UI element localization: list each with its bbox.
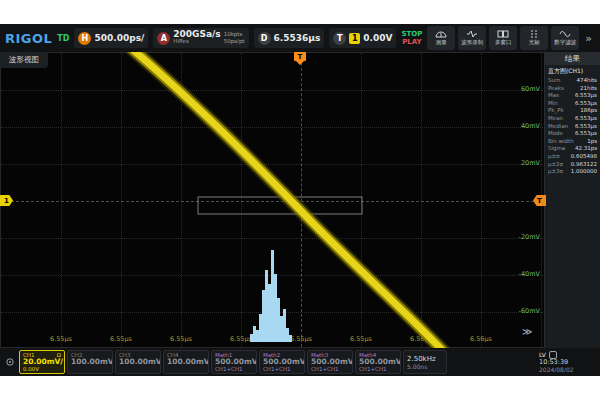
multi-window-button[interactable]: 多窗口 [489, 26, 517, 50]
trigger-group[interactable]: T 1 0.00V [329, 28, 396, 48]
clock-date: 2024/08/02 [539, 366, 595, 374]
delay-value: 6.5536μs [274, 33, 321, 43]
waveform-canvas [0, 52, 600, 348]
more-tools-button[interactable]: » [582, 32, 595, 45]
result-row: Pk_Pk186ps [545, 107, 600, 115]
view-tab-waveform[interactable]: 波形视图 [0, 52, 48, 68]
histogram-section-title: 直方图(CH1) [545, 65, 600, 77]
results-panel: 结果 直方图(CH1) Sum474hits Peaks21hits Max6.… [544, 52, 600, 348]
counter-sub-value: 5.00ns [407, 363, 443, 370]
result-row: Max6.553μs [545, 92, 600, 100]
channel-box-math1[interactable]: Math1 500.00mV/ CH1+CH1 [211, 350, 257, 374]
waveform-record-icon [466, 30, 478, 38]
horizontal-badge: H [78, 32, 91, 45]
result-row: Bin width1ps [545, 138, 600, 146]
channel-box-ch4[interactable]: CH4 100.00mV/ [163, 350, 209, 374]
digital-filter-icon [559, 30, 571, 38]
trigger-badge: T [333, 32, 346, 45]
jitter-histogram-trace [250, 250, 292, 342]
channel-box-ch3[interactable]: CH3 100.00mV/ [115, 350, 161, 374]
delay-group[interactable]: D 6.5536μs [254, 28, 325, 48]
multi-window-icon [497, 30, 509, 38]
result-row: Peaks21hits [545, 85, 600, 93]
oscilloscope-screen: RIGOL TD H 500.00ps/ A 200GSa/s HiRes 10… [0, 24, 600, 376]
sample-rate: 200GSa/s [173, 31, 220, 38]
acquisition-mode: HiRes [173, 38, 220, 45]
result-row: Median6.553μs [545, 123, 600, 131]
waveform-record-button[interactable]: 波形录制 [458, 26, 486, 50]
measure-button[interactable]: 测量 [427, 26, 455, 50]
result-row: Mode6.553μs [545, 130, 600, 138]
counter-value: 2.50kHz [407, 355, 443, 363]
result-row: Sum474hits [545, 77, 600, 85]
top-toolbar: RIGOL TD H 500.00ps/ A 200GSa/s HiRes 10… [0, 24, 600, 52]
rigol-logo: RIGOL [5, 31, 52, 46]
result-row: Min6.553μs [545, 100, 600, 108]
sample-resolution: 50ps/pt [224, 38, 245, 45]
frequency-counter-box[interactable]: 2.50kHz 5.00ns [403, 350, 447, 374]
waveform-display-area: 波形视图 60mV 40mV 20mV -20mV -40mV -60mV 6.… [0, 52, 600, 348]
channel-box-math2[interactable]: Math2 500.00mV/ CH1+CH1 [259, 350, 305, 374]
expand-panel-button[interactable]: ≫ [522, 326, 532, 337]
result-row: Sigma42.31ps [545, 145, 600, 153]
result-row: μ±2σ0.963122 [545, 161, 600, 169]
channel-box-math3[interactable]: Math3 500.00mV/ CH1+CH1 [307, 350, 353, 374]
result-row: μ±σ0.605498 [545, 153, 600, 161]
clock-time: 10:53:39 [539, 359, 595, 367]
trigger-position-marker[interactable]: T [294, 52, 306, 65]
trigger-source-badge: 1 [349, 33, 360, 44]
trigger-position-arrow-icon [296, 61, 304, 65]
play-label: PLAY [401, 38, 422, 46]
memory-depth: 10kpts [224, 31, 245, 38]
measure-icon [435, 30, 447, 38]
cursor-button[interactable]: 光标 [520, 26, 548, 50]
run-state-indicator[interactable]: STOP PLAY [401, 30, 422, 46]
channel-box-ch1[interactable]: CH1Ω 20.00mV/ 0.00V [19, 350, 65, 374]
delay-badge: D [258, 32, 271, 45]
trigger-level-value: 0.00V [363, 33, 392, 43]
results-panel-title: 结果 [545, 52, 600, 65]
channel-box-math4[interactable]: Math4 500.00mV/ CH1+CH1 [355, 350, 401, 374]
trigger-status-badge: TD [57, 34, 69, 43]
acquisition-group[interactable]: A 200GSa/s HiRes 10kpts 50ps/pt [153, 28, 248, 48]
acquisition-badge: A [157, 32, 170, 45]
stop-label: STOP [401, 30, 422, 38]
result-row: Mean6.553μs [545, 115, 600, 123]
result-row: μ±3σ1.000000 [545, 168, 600, 176]
horizontal-timebase-group[interactable]: H 500.00ps/ [74, 28, 148, 48]
timebase-value: 500.00ps/ [94, 33, 144, 43]
cursor-icon [528, 30, 540, 38]
digital-filter-button[interactable]: 数字滤波 [551, 26, 579, 50]
settings-icon[interactable] [3, 355, 17, 369]
toolbar-buttons: 测量 波形录制 多窗口 光标 [427, 26, 595, 50]
channel-box-ch2[interactable]: CH2 100.00mV/ [67, 350, 113, 374]
system-status-block: LV 10:53:39 2024/08/02 [539, 351, 597, 374]
channel-status-bar: CH1Ω 20.00mV/ 0.00V CH2 100.00mV/ CH3 10… [0, 348, 600, 376]
